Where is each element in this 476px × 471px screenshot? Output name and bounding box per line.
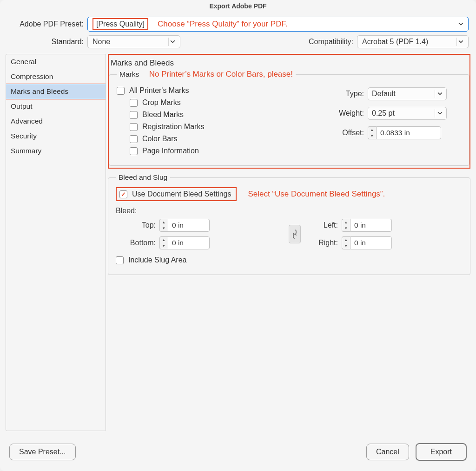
use-document-bleed-checkbox[interactable]: [119, 190, 127, 198]
chevron-down-icon: [437, 90, 443, 98]
bleed-slug-legend: Bleed and Slug: [116, 173, 170, 182]
bleed-bottom-label: Bottom:: [119, 239, 156, 247]
preset-label: Adobe PDF Preset:: [7, 20, 87, 28]
bleed-left-value[interactable]: 0 in: [350, 219, 392, 232]
bleed-heading: Bleed:: [116, 207, 463, 215]
preset-dropdown[interactable]: [Press Quality] Choose “Press Qulaity” f…: [87, 17, 469, 32]
sidebar-item-general[interactable]: General: [6, 54, 106, 69]
bleed-left-label: Left:: [301, 221, 338, 229]
bleed-top-stepper[interactable]: ▴▾ 0 in: [159, 219, 280, 232]
bleed-marks-checkbox[interactable]: [130, 111, 138, 119]
stepper-arrows-icon[interactable]: ▴▾: [342, 219, 350, 232]
all-printers-marks-checkbox[interactable]: [117, 87, 125, 95]
sidebar-item-summary[interactable]: Summary: [6, 144, 106, 158]
export-pdf-dialog: Export Adobe PDF Adobe PDF Preset: [Pres…: [0, 0, 476, 471]
bleed-top-label: Top:: [119, 221, 156, 229]
panel-title: Marks and Bleeds: [109, 55, 469, 70]
bleed-bottom-value[interactable]: 0 in: [168, 236, 210, 249]
bleed-top-value[interactable]: 0 in: [168, 219, 210, 232]
settings-sidebar: General Compression Marks and Bleeds Out…: [6, 54, 106, 431]
weight-label: Weight:: [331, 109, 364, 118]
export-button[interactable]: Export: [416, 443, 467, 461]
standard-dropdown[interactable]: None: [87, 35, 180, 48]
crop-marks-label: Crop Marks: [142, 98, 181, 107]
type-dropdown[interactable]: Default: [368, 87, 447, 100]
include-slug-label: Include Slug Area: [128, 256, 186, 264]
chevron-down-icon: [170, 38, 175, 46]
color-bars-checkbox[interactable]: [130, 135, 138, 143]
sidebar-item-security[interactable]: Security: [6, 129, 106, 144]
dialog-footer: Save Preset... Cancel Export: [0, 435, 476, 471]
stepper-arrows-icon[interactable]: ▴▾: [368, 126, 376, 139]
chevron-down-icon: [437, 109, 443, 118]
compat-label: Compatibility:: [309, 38, 357, 46]
window-title: Export Adobe PDF: [0, 0, 476, 12]
sidebar-item-marks-and-bleeds[interactable]: Marks and Bleeds: [6, 84, 106, 99]
marks-legend: Marks: [119, 70, 139, 78]
marks-group: Marks No Printer’s Marks or Color Bars, …: [109, 70, 469, 166]
crop-marks-checkbox[interactable]: [130, 99, 138, 107]
header-controls: Adobe PDF Preset: [Press Quality] Choose…: [0, 12, 476, 54]
save-preset-button[interactable]: Save Preset...: [9, 444, 76, 460]
page-information-label: Page Information: [142, 147, 199, 155]
registration-marks-checkbox[interactable]: [130, 123, 138, 131]
preset-annotation: Choose “Press Qulaity” for your PDF.: [158, 20, 288, 29]
sidebar-item-compression[interactable]: Compression: [6, 69, 106, 84]
offset-label: Offset:: [331, 129, 364, 137]
stepper-arrows-icon[interactable]: ▴▾: [159, 236, 168, 249]
compat-dropdown[interactable]: Acrobat 5 (PDF 1.4): [357, 35, 469, 48]
offset-value[interactable]: 0.0833 in: [376, 126, 441, 139]
sidebar-item-output[interactable]: Output: [6, 99, 106, 114]
all-printers-marks-label: All Printer's Marks: [129, 86, 189, 95]
settings-panel: Marks and Bleeds Marks No Printer’s Mark…: [108, 54, 470, 431]
weight-dropdown[interactable]: 0.25 pt: [368, 107, 447, 120]
use-document-bleed-label: Use Document Bleed Settings: [132, 190, 231, 198]
use-document-bleed-annotation: Select “Use Document Bleed Settings”.: [248, 190, 385, 199]
bleed-left-stepper[interactable]: ▴▾ 0 in: [342, 219, 463, 232]
include-slug-checkbox[interactable]: [116, 256, 124, 264]
link-bleed-button[interactable]: [289, 225, 301, 243]
offset-stepper[interactable]: ▴▾ 0.0833 in: [368, 126, 441, 139]
stepper-arrows-icon[interactable]: ▴▾: [159, 219, 168, 232]
type-value: Default: [372, 90, 396, 98]
bleed-right-stepper[interactable]: ▴▾ 0 in: [342, 236, 463, 249]
link-icon: [292, 229, 298, 239]
bleed-right-label: Right:: [301, 239, 338, 247]
bleed-right-value[interactable]: 0 in: [350, 236, 392, 249]
stepper-arrows-icon[interactable]: ▴▾: [342, 236, 350, 249]
bleed-slug-group: Bleed and Slug Use Document Bleed Settin…: [108, 173, 470, 275]
chevron-down-icon: [458, 38, 463, 46]
sidebar-item-advanced[interactable]: Advanced: [6, 114, 106, 129]
standard-value: None: [93, 38, 110, 46]
color-bars-label: Color Bars: [142, 135, 178, 143]
type-label: Type:: [331, 90, 364, 98]
compat-value: Acrobat 5 (PDF 1.4): [362, 38, 428, 46]
bleed-bottom-stepper[interactable]: ▴▾ 0 in: [159, 236, 280, 249]
cancel-button[interactable]: Cancel: [366, 444, 409, 460]
registration-marks-label: Registration Marks: [142, 123, 204, 131]
preset-value: [Press Quality]: [93, 18, 148, 30]
standard-label: Standard:: [7, 38, 87, 46]
weight-value: 0.25 pt: [372, 109, 395, 118]
bleed-marks-label: Bleed Marks: [142, 111, 184, 119]
chevron-down-icon: [458, 20, 463, 28]
marks-annotation: No Printer’s Marks or Color Bars, please…: [149, 70, 293, 78]
page-information-checkbox[interactable]: [130, 147, 138, 155]
